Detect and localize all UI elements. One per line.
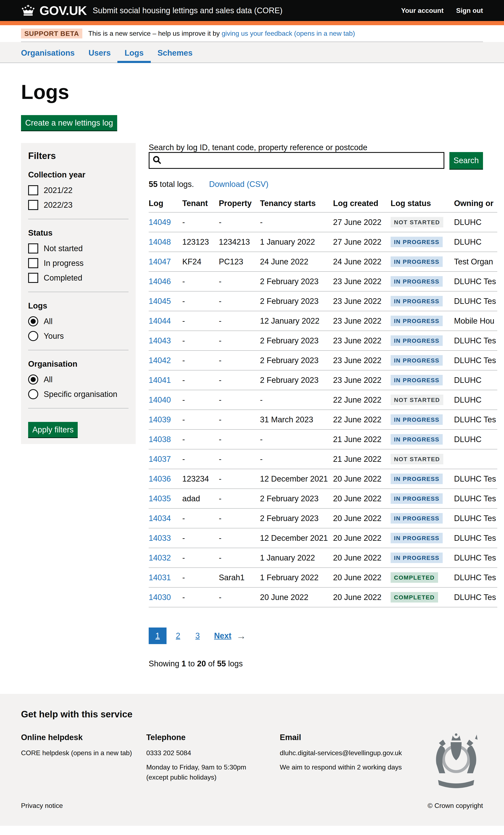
footer-telephone-column: Telephone 0333 202 5084 Monday to Friday… [146,733,280,789]
checkbox-option-not-started[interactable]: Not started [28,243,128,253]
cell-log-status: IN PROGRESS [390,232,454,252]
cell-tenancy-starts: 12 December 2021 [260,469,333,489]
checkbox-control[interactable] [28,243,38,253]
log-link-14040[interactable]: 14040 [149,395,171,404]
pagination-page-2[interactable]: 2 [170,628,186,644]
checkbox-control[interactable] [28,200,38,210]
cell-owning-organisation: DLUHC Tes [454,291,497,311]
log-link-14035[interactable]: 14035 [149,494,171,503]
cell-tenancy-starts: 12 January 2022 [260,311,333,331]
option-label: All [44,375,53,384]
pagination-page-1[interactable]: 1 [149,628,166,644]
status-badge: IN PROGRESS [390,296,443,306]
filters-heading: Filters [28,150,128,161]
cell-owning-organisation: DLUHC [454,370,497,390]
checkbox-control[interactable] [28,185,38,195]
radio-option-all[interactable]: All [28,316,128,326]
service-name-link[interactable]: Submit social housing lettings and sales… [93,6,282,15]
cell-log-created: 20 June 2022 [333,587,390,607]
crown-copyright-link[interactable]: © Crown copyright [427,802,483,810]
status-badge: COMPLETED [390,572,438,583]
checkbox-control[interactable] [28,273,38,283]
cell-log-id: 14037 [149,449,182,469]
results-summary: 55 total logs. Download (CSV) [149,180,483,189]
telephone-hours: Monday to Friday, 9am to 5:30pm(except p… [146,762,280,782]
cell-tenant: 123123 [182,232,219,252]
download-csv-link[interactable]: Download (CSV) [209,180,268,189]
log-link-14036[interactable]: 14036 [149,474,171,483]
log-link-14038[interactable]: 14038 [149,435,171,444]
cell-tenancy-starts: 2 February 2023 [260,370,333,390]
checkbox-option-2022-23[interactable]: 2022/23 [28,200,128,210]
log-link-14047[interactable]: 14047 [149,257,171,266]
nav-item-logs[interactable]: Logs [117,42,151,63]
checkbox-option-completed[interactable]: Completed [28,273,128,283]
email-note: We aim to respond within 2 working days [280,762,429,772]
govuk-logotype[interactable]: GOV.UK [39,3,87,18]
phase-banner: SUPPORT BETA This is a new service – hel… [21,25,483,42]
log-link-14042[interactable]: 14042 [149,356,171,365]
cell-log-id: 14033 [149,528,182,548]
log-link-14031[interactable]: 14031 [149,573,171,582]
log-link-14039[interactable]: 14039 [149,415,171,424]
checkbox-option-in-progress[interactable]: In progress [28,258,128,268]
log-link-14030[interactable]: 14030 [149,593,171,602]
core-helpdesk-link[interactable]: CORE helpdesk (opens in a new tab) [21,749,132,757]
feedback-link[interactable]: giving us your feedback (opens in a new … [222,29,355,37]
option-label: 2022/23 [44,201,73,209]
status-badge: IN PROGRESS [390,276,443,287]
nav-item-schemes[interactable]: Schemes [158,42,193,63]
apply-filters-button[interactable]: Apply filters [28,422,78,437]
search-button[interactable]: Search [449,152,483,169]
table-row-log-14039: 14039--31 March 202322 June 2022IN PROGR… [149,410,497,429]
cell-tenancy-starts: - [260,449,333,469]
your-account-link[interactable]: Your account [401,7,444,15]
email-link[interactable]: dluhc.digital-services@levellingup.gov.u… [280,749,402,757]
status-badge: IN PROGRESS [390,513,443,524]
radio-control[interactable] [28,331,38,341]
create-lettings-log-button[interactable]: Create a new lettings log [21,115,117,130]
support-beta-tag: SUPPORT BETA [21,28,82,38]
logs-content: Search by log ID, tenant code, property … [149,143,483,676]
pagination-next-link[interactable]: Next [214,631,231,640]
cell-tenant: - [182,548,219,568]
radio-control[interactable] [28,316,38,326]
showing-summary: Showing 1 to 20 of 55 logs [149,659,483,668]
log-link-14048[interactable]: 14048 [149,238,171,246]
log-link-14041[interactable]: 14041 [149,376,171,385]
log-link-14033[interactable]: 14033 [149,534,171,543]
radio-control[interactable] [28,389,38,399]
nav-item-users[interactable]: Users [88,42,111,63]
nav-item-organisations[interactable]: Organisations [21,42,75,63]
search-input[interactable] [149,152,444,169]
col-header-tenant: Tenant [182,193,219,212]
filter-group-status: StatusNot startedIn progressCompleted [28,228,128,283]
privacy-notice-link[interactable]: Privacy notice [21,802,63,810]
status-badge: IN PROGRESS [390,315,443,326]
cell-log-status: IN PROGRESS [390,429,454,449]
status-badge: NOT STARTED [390,217,443,227]
sign-out-link[interactable]: Sign out [456,7,483,15]
checkbox-control[interactable] [28,258,38,268]
cell-log-id: 14047 [149,252,182,271]
radio-option-yours[interactable]: Yours [28,331,128,341]
cell-log-status: IN PROGRESS [390,528,454,548]
pagination-page-3[interactable]: 3 [189,628,206,644]
radio-control[interactable] [28,374,38,385]
radio-option-all[interactable]: All [28,374,128,385]
log-link-14043[interactable]: 14043 [149,336,171,345]
cell-log-status: IN PROGRESS [390,469,454,489]
cell-log-id: 14040 [149,390,182,410]
cell-property: - [219,489,260,508]
log-link-14037[interactable]: 14037 [149,455,171,464]
log-link-14044[interactable]: 14044 [149,317,171,325]
log-link-14049[interactable]: 14049 [149,218,171,227]
log-link-14046[interactable]: 14046 [149,277,171,286]
radio-option-specific-organisation[interactable]: Specific organisation [28,389,128,399]
checkbox-option-2021-22[interactable]: 2021/22 [28,185,128,195]
cell-owning-organisation: DLUHC Tes [454,548,497,568]
log-link-14034[interactable]: 14034 [149,514,171,523]
log-link-14045[interactable]: 14045 [149,297,171,306]
total-logs-text: 55 total logs. [149,180,194,189]
log-link-14032[interactable]: 14032 [149,553,171,562]
